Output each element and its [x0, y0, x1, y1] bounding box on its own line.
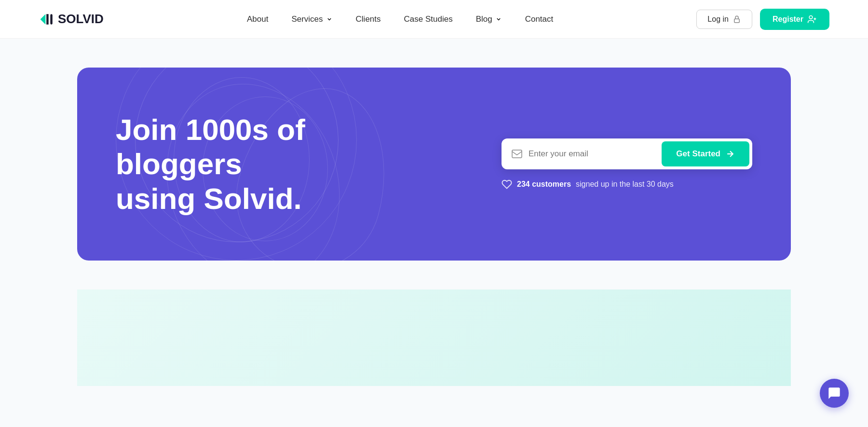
email-form: Get Started [502, 138, 752, 169]
chat-button[interactable] [820, 379, 849, 408]
email-input[interactable] [529, 149, 656, 159]
blog-label[interactable]: Blog [476, 14, 492, 24]
logo[interactable]: SOLVID [39, 11, 104, 28]
svg-rect-3 [734, 19, 740, 23]
main-content: Join 1000s of bloggers using Solvid. Get… [0, 39, 868, 386]
hero-heading: Join 1000s of bloggers using Solvid. [116, 112, 305, 216]
social-proof: 234 customers signed up in the last 30 d… [502, 179, 752, 190]
nav-actions: Log in Register [696, 9, 829, 30]
login-button[interactable]: Log in [696, 10, 752, 29]
social-proof-count: 234 customers [517, 180, 571, 189]
nav-link-services[interactable]: Services [291, 14, 332, 24]
hero-heading-line1: Join 1000s of [116, 113, 305, 146]
nav-link-contact[interactable]: Contact [525, 14, 554, 24]
chevron-down-icon [495, 16, 502, 23]
social-proof-text: signed up in the last 30 days [576, 180, 674, 189]
hero-text: Join 1000s of bloggers using Solvid. [116, 112, 305, 216]
arrow-right-icon [725, 149, 735, 159]
nav-item-blog[interactable]: Blog [476, 14, 502, 24]
heart-outline-icon [502, 179, 512, 190]
envelope-icon [511, 148, 523, 160]
logo-text: SOLVID [58, 12, 104, 27]
nav-links: About Services Clients Case Studies Blog [247, 14, 553, 24]
nav-link-case-studies[interactable]: Case Studies [404, 14, 453, 24]
svg-rect-1 [46, 14, 49, 25]
register-label: Register [773, 15, 803, 24]
svg-point-4 [809, 15, 813, 19]
nav-link-about[interactable]: About [247, 14, 268, 24]
get-started-button[interactable]: Get Started [662, 141, 749, 166]
nav-link-blog[interactable]: Blog [476, 14, 502, 24]
login-label: Log in [707, 15, 729, 24]
hero-heading-line2: bloggers [116, 147, 242, 180]
lock-icon [732, 15, 741, 24]
services-label[interactable]: Services [291, 14, 323, 24]
nav-item-about[interactable]: About [247, 14, 268, 24]
hero-heading-line3: using Solvid. [116, 182, 302, 215]
bottom-section [77, 289, 791, 386]
hero-right: Get Started 234 customers signed up in t… [502, 138, 752, 190]
user-plus-icon [807, 14, 817, 24]
nav-item-services[interactable]: Services [291, 14, 332, 24]
nav-item-clients[interactable]: Clients [356, 14, 381, 24]
nav-item-contact[interactable]: Contact [525, 14, 554, 24]
svg-marker-0 [41, 14, 46, 25]
chevron-down-icon [326, 16, 333, 23]
nav-item-case-studies[interactable]: Case Studies [404, 14, 453, 24]
svg-rect-2 [50, 14, 53, 25]
hero-card: Join 1000s of bloggers using Solvid. Get… [77, 68, 791, 261]
register-button[interactable]: Register [760, 9, 829, 30]
get-started-label: Get Started [676, 149, 720, 159]
email-icon [511, 148, 523, 160]
chat-icon [827, 386, 841, 400]
main-nav: SOLVID About Services Clients Case Studi… [0, 0, 868, 39]
nav-link-clients[interactable]: Clients [356, 14, 381, 24]
heart-icon [502, 179, 512, 190]
svg-rect-7 [512, 150, 522, 158]
